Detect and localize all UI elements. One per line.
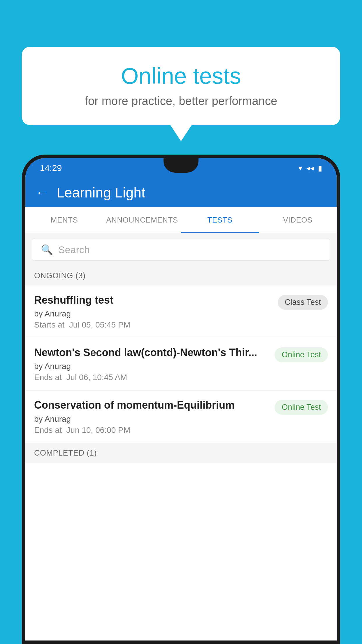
app-bar: ← Learning Light: [25, 178, 337, 207]
test-author: by Anurag: [34, 362, 269, 371]
time-value: Jul 05, 05:45 PM: [69, 320, 130, 329]
time-label: Ends at: [34, 426, 62, 435]
test-badge: Online Test: [275, 400, 328, 415]
test-time: Ends at Jun 10, 06:00 PM: [34, 426, 269, 435]
status-time: 14:29: [40, 163, 62, 173]
phone-inner: 14:29 ▾ ◂◂ ▮ ← Learning Light MENTS ANNO…: [25, 158, 337, 640]
tab-tests[interactable]: TESTS: [181, 207, 259, 233]
search-bar[interactable]: 🔍 Search: [32, 239, 330, 261]
signal-icon: ◂◂: [306, 164, 314, 173]
test-time: Starts at Jul 05, 05:45 PM: [34, 320, 272, 330]
bubble-subtitle: for more practice, better performance: [39, 94, 323, 108]
speech-bubble: Online tests for more practice, better p…: [22, 47, 340, 125]
completed-section-header: COMPLETED (1): [25, 443, 337, 463]
search-container: 🔍 Search: [25, 233, 337, 266]
time-label: Starts at: [34, 320, 64, 329]
test-name: Newton's Second law(contd)-Newton's Thir…: [34, 346, 269, 359]
battery-icon: ▮: [318, 164, 322, 173]
test-author: by Anurag: [34, 309, 272, 318]
app-title: Learning Light: [57, 185, 145, 201]
test-badge: Online Test: [275, 347, 328, 362]
time-label: Ends at: [34, 373, 62, 382]
tab-ments[interactable]: MENTS: [25, 207, 103, 233]
phone-frame: 14:29 ▾ ◂◂ ▮ ← Learning Light MENTS ANNO…: [22, 155, 340, 644]
status-bar: 14:29 ▾ ◂◂ ▮: [25, 158, 337, 178]
test-name: Conservation of momentum-Equilibrium: [34, 399, 269, 411]
test-info: Newton's Second law(contd)-Newton's Thir…: [34, 346, 275, 382]
status-icons: ▾ ◂◂ ▮: [298, 164, 322, 173]
test-item[interactable]: Conservation of momentum-Equilibrium by …: [25, 391, 337, 443]
test-name: Reshuffling test: [34, 294, 272, 306]
test-info: Reshuffling test by Anurag Starts at Jul…: [34, 294, 278, 330]
search-placeholder: Search: [58, 244, 90, 256]
tab-videos[interactable]: VIDEOS: [259, 207, 337, 233]
search-icon: 🔍: [41, 244, 53, 256]
test-time: Ends at Jul 06, 10:45 AM: [34, 373, 269, 382]
test-author: by Anurag: [34, 414, 269, 424]
back-button[interactable]: ←: [36, 186, 48, 200]
tab-announcements[interactable]: ANNOUNCEMENTS: [103, 207, 181, 233]
notch: [164, 158, 198, 173]
time-value: Jul 06, 10:45 AM: [66, 373, 127, 382]
wifi-icon: ▾: [298, 164, 302, 173]
ongoing-section-header: ONGOING (3): [25, 266, 337, 286]
test-badge: Class Test: [278, 295, 328, 310]
test-item[interactable]: Reshuffling test by Anurag Starts at Jul…: [25, 286, 337, 338]
test-list: Reshuffling test by Anurag Starts at Jul…: [25, 286, 337, 443]
tab-bar: MENTS ANNOUNCEMENTS TESTS VIDEOS: [25, 207, 337, 233]
test-info: Conservation of momentum-Equilibrium by …: [34, 399, 275, 435]
time-value: Jun 10, 06:00 PM: [66, 426, 130, 435]
bubble-title: Online tests: [39, 63, 323, 89]
test-item[interactable]: Newton's Second law(contd)-Newton's Thir…: [25, 338, 337, 391]
